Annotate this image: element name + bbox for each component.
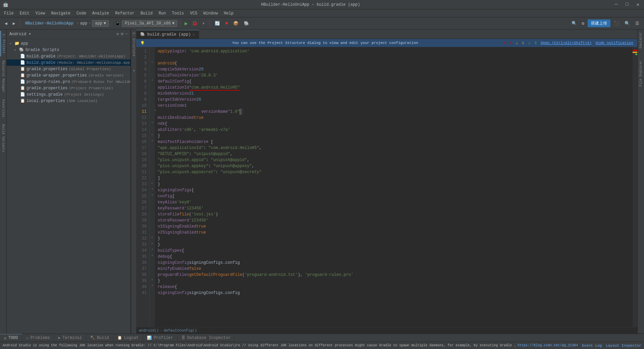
- menu-refactor[interactable]: Refactor: [112, 9, 137, 17]
- profiler-icon: 📊: [147, 336, 152, 340]
- gutter-24: ▾: [150, 186, 155, 192]
- notification-icon: 💡: [140, 41, 145, 45]
- toolbar-extra2[interactable]: 🔍: [623, 20, 632, 27]
- tree-item-local-properties[interactable]: 📋 local.properties (SDK Location): [7, 98, 130, 104]
- toolbar-forward-btn[interactable]: ▶: [11, 20, 17, 27]
- gradle-sync-button[interactable]: 🐘: [242, 20, 251, 27]
- menu-analyze[interactable]: Analyze: [90, 9, 112, 17]
- tree-item-proguard[interactable]: 📄 proguard-rules.pro (ProGuard Rules for…: [7, 79, 130, 85]
- breadcrumb-defaultconfig[interactable]: defaultConfig(): [164, 329, 197, 333]
- profile-button[interactable]: ⚡: [200, 20, 207, 27]
- sync-button[interactable]: 🔄: [213, 20, 222, 27]
- tree-item-build-gradle-module[interactable]: 📄 build.gradle (Module: HBuilder-HelloUn…: [7, 59, 130, 66]
- gutter-29: [150, 216, 155, 222]
- status-url[interactable]: https://blog.csdn.net/qq_21304: [518, 344, 578, 347]
- menu-help[interactable]: Help: [221, 9, 236, 17]
- hide-notification-button[interactable]: Hide notification: [596, 41, 633, 45]
- close-button[interactable]: ✕: [635, 1, 641, 8]
- tree-item-gradle-properties-project[interactable]: 📋 gradle.properties (Project Properties): [7, 85, 130, 91]
- build-apk-button[interactable]: 📦: [231, 20, 240, 27]
- event-log-link[interactable]: Event Log: [582, 344, 602, 348]
- menu-navigate[interactable]: Navigate: [48, 9, 73, 17]
- tree-label-gradle-properties-project: gradle.properties: [26, 86, 67, 91]
- code-line-40: release {: [158, 284, 630, 290]
- panel-close-icon[interactable]: —: [125, 32, 128, 37]
- editor-tab-build-gradle[interactable]: 🐘 build.gradle (app) ✕: [136, 30, 199, 39]
- toolbar-back-btn[interactable]: ◀: [3, 20, 9, 27]
- file-explorer-label[interactable]: File Explorer: [638, 58, 643, 89]
- layout-inspector-link[interactable]: Layout Inspector: [606, 344, 641, 348]
- tree-item-settings-gradle[interactable]: 📄 settings.gradle (Project Settings): [7, 91, 130, 98]
- tab-close-button[interactable]: ✕: [193, 33, 195, 37]
- code-gutter: ▾ ▾ ▾ ▸ ▾ ▸ ▾: [150, 47, 155, 327]
- panel-gear-icon[interactable]: ⚙: [116, 32, 119, 37]
- menu-window[interactable]: Window: [201, 9, 220, 17]
- bottom-tab-problems[interactable]: ⚠ Problems: [22, 334, 54, 342]
- tree-item-gradle-scripts[interactable]: ▾ 🐘 Gradle Scripts: [7, 47, 130, 53]
- panel-layout-icon[interactable]: ⊞: [121, 32, 123, 37]
- problems-label: Problems: [31, 336, 50, 340]
- menu-file[interactable]: File: [1, 9, 16, 17]
- stop-button[interactable]: ■: [223, 20, 230, 27]
- code-line-2: [158, 54, 630, 60]
- emulator-label[interactable]: Emulator: [638, 30, 643, 51]
- menu-code[interactable]: Code: [74, 9, 89, 17]
- sidebar-item-resource-manager[interactable]: Resource Manager: [1, 58, 6, 95]
- code-line-7: applicationId "com.android.HelloH5": [158, 85, 630, 91]
- tree-item-gradle-wrapper[interactable]: 📋 gradle-wrapper.properties (Gradle Vers…: [7, 72, 130, 79]
- tree-item-app-root[interactable]: ▾ 📁 app: [7, 40, 130, 47]
- todo-icon: ☑: [4, 336, 6, 340]
- title-bar: 🤖 HBuilder-HelloUniApp – build.gradle (a…: [0, 0, 644, 9]
- project-panel-title: Android ▾: [9, 32, 31, 37]
- breadcrumb-android[interactable]: android(): [139, 329, 159, 333]
- menu-view[interactable]: View: [33, 9, 48, 17]
- connect-upload-button[interactable]: 搭建上传: [588, 19, 610, 27]
- line-num-20: 20: [136, 163, 149, 169]
- gutter-33: ▸: [150, 240, 155, 246]
- red-error-badge: 3: [509, 41, 512, 45]
- menu-vcs[interactable]: VCS: [187, 9, 200, 17]
- local-prop-icon: 📋: [20, 98, 25, 103]
- toolbar-extra1[interactable]: ⬛: [612, 20, 621, 27]
- run-button[interactable]: ▶: [183, 19, 189, 28]
- device-selector[interactable]: Pixel_3a_API_30_x86 ▼: [122, 20, 177, 27]
- menu-edit[interactable]: Edit: [17, 9, 32, 17]
- bottom-tab-logcat[interactable]: 📋 Logcat: [113, 334, 143, 342]
- bottom-tab-database[interactable]: 🗄 Database Inspector: [177, 334, 235, 342]
- favorites-label[interactable]: ★: [131, 66, 136, 75]
- bottom-tab-terminal[interactable]: ▶ Terminal: [54, 334, 86, 342]
- title-bar-right[interactable]: ─ □ ✕: [613, 1, 641, 8]
- gutter-12: [150, 113, 155, 119]
- bottom-tab-todo[interactable]: ☑ TODO: [0, 334, 22, 342]
- line-num-19: 19: [136, 157, 149, 163]
- bottom-tab-build[interactable]: 🔨 Build: [86, 334, 113, 342]
- minimize-button[interactable]: ─: [613, 1, 620, 8]
- prop-icon-global: 📋: [20, 66, 25, 71]
- toolbar-extra3[interactable]: ☰: [633, 20, 641, 27]
- gutter-7: [150, 83, 155, 89]
- menu-tools[interactable]: Tools: [169, 9, 187, 17]
- menu-build[interactable]: Build: [138, 9, 155, 17]
- settings-button[interactable]: ⚙: [580, 20, 586, 27]
- tree-item-gradle-properties-global[interactable]: 📋 gradle.properties (Global Properties): [7, 66, 130, 72]
- sidebar-item-build-variants[interactable]: Build Variants: [1, 121, 6, 155]
- structure-label[interactable]: 2: Structure: [131, 30, 136, 59]
- green-count: 3: [534, 41, 537, 45]
- gutter-15: ▸: [150, 132, 155, 138]
- code-content[interactable]: apply plugin: 'com.android.application' …: [155, 47, 633, 327]
- app-logo: 🤖: [3, 2, 8, 7]
- search-everywhere-button[interactable]: 🔍: [570, 20, 579, 27]
- gutter-1: [150, 47, 155, 53]
- sidebar-item-project[interactable]: 1: Project: [0, 31, 6, 56]
- sidebar-item-favorites[interactable]: Favorites: [1, 97, 6, 120]
- toolbar-sep4: [210, 20, 210, 27]
- maximize-button[interactable]: □: [624, 1, 630, 8]
- debug-button[interactable]: 🐞: [191, 20, 199, 27]
- open-project-structure-button[interactable]: Open (Ctrl+Alt+Shift+S): [541, 41, 592, 45]
- line-num-38: 38: [136, 272, 149, 278]
- tree-item-build-gradle-project[interactable]: 📄 build.gradle (Project: HBuilder-HelloU…: [7, 53, 130, 59]
- bottom-tab-profiler[interactable]: 📊 Profiler: [143, 334, 177, 342]
- menu-run[interactable]: Run: [156, 9, 169, 17]
- app-selector[interactable]: app ▼: [92, 20, 109, 27]
- gutter-26: [150, 198, 155, 204]
